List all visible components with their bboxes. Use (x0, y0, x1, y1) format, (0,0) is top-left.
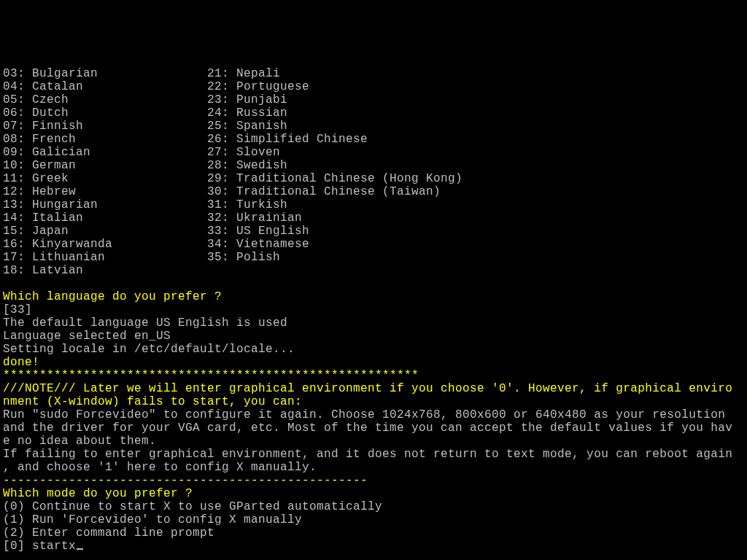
lang-item: 23: Punjabi (207, 93, 287, 106)
lang-item: 28: Swedish (207, 159, 287, 172)
lang-item: 17: Lithuanian (3, 251, 105, 264)
lang-item: 13: Hungarian (3, 198, 98, 211)
lang-item: 29: Traditional Chinese (Hong Kong) (207, 172, 462, 185)
help-line: Run "sudo Forcevideo" to configure it ag… (3, 408, 732, 421)
mode-option-1: (1) Run 'Forcevideo' to config X manuall… (3, 513, 302, 526)
lang-item: 06: Dutch (3, 106, 69, 120)
lang-item: 24: Russian (207, 106, 287, 120)
note-line: nment (X-window) fails to start, you can… (3, 395, 302, 408)
lang-item: 05: Czech (3, 93, 69, 106)
done-marker: done! (3, 356, 39, 369)
lang-item: 30: Traditional Chinese (Taiwan) (207, 185, 441, 198)
lang-item: 10: German (3, 159, 76, 172)
lang-item: 04: Catalan (3, 80, 83, 93)
language-column-2: 21: Nepali 22: Portuguese 23: Punjabi 24… (207, 67, 411, 277)
lang-item: 09: Galician (3, 146, 90, 159)
lang-item: 16: Kinyarwanda (3, 238, 112, 251)
lang-item: 22: Portuguese (207, 80, 309, 93)
lang-item: 15: Japan (3, 225, 69, 238)
lang-item: 27: Sloven (207, 146, 280, 159)
language-column-1: 03: Bulgarian 04: Catalan 05: Czech 06: … (3, 67, 207, 277)
help-line: e no idea about them. (3, 435, 156, 448)
lang-item: 18: Latvian (3, 264, 83, 277)
lang-item: 14: Italian (3, 211, 83, 225)
lang-item: 07: Finnish (3, 120, 83, 133)
status-line: The default language US English is used (3, 316, 287, 330)
lang-item: 12: Hebrew (3, 185, 76, 198)
help-line: , and choose '1' here to config X manual… (3, 461, 317, 474)
separator-dashes: ----------------------------------------… (3, 474, 368, 487)
help-line: If failing to enter graphical environmen… (3, 448, 732, 461)
lang-item: 33: US English (207, 225, 309, 238)
separator-stars: ****************************************… (3, 369, 419, 382)
status-line: Setting locale in /etc/default/locale... (3, 343, 295, 356)
lang-item: 32: Ukrainian (207, 211, 302, 225)
language-list: 03: Bulgarian 04: Catalan 05: Czech 06: … (3, 67, 744, 277)
terminal-screen[interactable]: 03: Bulgarian 04: Catalan 05: Czech 06: … (0, 52, 747, 554)
lang-item: 35: Polish (207, 251, 280, 264)
mode-prompt: Which mode do you prefer ? (3, 487, 193, 500)
language-prompt: Which language do you prefer ? (3, 290, 222, 303)
lang-item: 08: French (3, 133, 76, 146)
language-input: [33] (3, 303, 32, 316)
mode-input[interactable]: [0] startx (3, 540, 76, 553)
note-line: ///NOTE/// Later we will enter graphical… (3, 382, 732, 395)
lang-item: 11: Greek (3, 172, 69, 185)
lang-item: 34: Vietnamese (207, 238, 309, 251)
cursor-icon (77, 548, 83, 550)
status-line: Language selected en_US (3, 330, 171, 343)
mode-option-2: (2) Enter command line prompt (3, 526, 214, 540)
lang-item: 25: Spanish (207, 120, 287, 133)
lang-item: 03: Bulgarian (3, 67, 98, 80)
mode-option-0: (0) Continue to start X to use GParted a… (3, 500, 382, 513)
lang-item: 31: Turkish (207, 198, 287, 211)
lang-item: 26: Simplified Chinese (207, 133, 368, 146)
lang-item: 21: Nepali (207, 67, 280, 80)
help-line: and the driver for your VGA card, etc. M… (3, 421, 732, 435)
